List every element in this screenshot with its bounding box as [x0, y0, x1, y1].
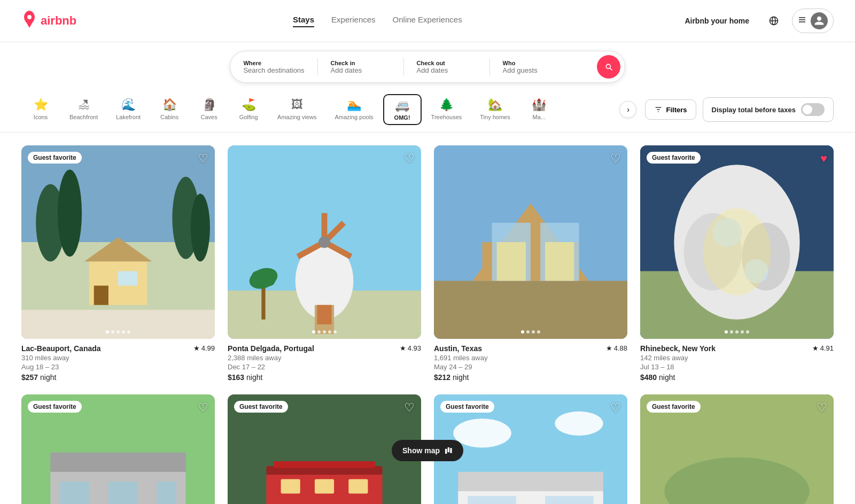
- dot-indicators-4: [725, 330, 749, 334]
- category-caves[interactable]: 🗿 Caves: [190, 94, 228, 126]
- wishlist-button-3[interactable]: ♡: [610, 152, 621, 166]
- airbnb-your-home-link[interactable]: Airbnb your home: [678, 12, 756, 29]
- svg-rect-71: [458, 472, 603, 491]
- svg-point-8: [58, 169, 82, 257]
- tax-toggle-switch[interactable]: [801, 103, 825, 116]
- listing-location-1: Lac-Beauport, Canada: [21, 344, 193, 353]
- category-cabins[interactable]: 🏠 Cabins: [150, 94, 189, 126]
- svg-rect-86: [445, 449, 447, 454]
- star-icon: ★: [400, 344, 406, 352]
- where-section[interactable]: Where Search destinations: [230, 55, 317, 80]
- checkin-section[interactable]: Check in Add dates: [318, 55, 403, 80]
- category-omg[interactable]: 🚐 OMG!: [383, 94, 422, 125]
- user-menu[interactable]: [792, 9, 834, 33]
- who-input[interactable]: Add guests: [503, 66, 584, 74]
- listing-rating-1: ★ 4.99: [193, 344, 215, 352]
- star-icon: ★: [193, 344, 200, 352]
- svg-rect-73: [545, 496, 594, 504]
- search-button[interactable]: [597, 55, 620, 79]
- checkin-input[interactable]: Add dates: [331, 66, 391, 74]
- logo[interactable]: airbnb: [21, 11, 76, 32]
- checkout-input[interactable]: Add dates: [417, 66, 477, 74]
- dot: [127, 330, 130, 334]
- listing-image-5: Guest favorite ♡: [21, 394, 215, 504]
- listing-card-1[interactable]: Guest favorite ♡ Lac-Beauport, Canada ★ …: [21, 145, 215, 382]
- show-map-label: Show map: [402, 446, 440, 455]
- svg-rect-15: [21, 310, 215, 339]
- checkin-label: Check in: [331, 60, 391, 66]
- tab-stays[interactable]: Stays: [293, 15, 314, 27]
- listing-location-4: Rhinebeck, New York: [640, 344, 812, 353]
- listing-badge-7: Guest favorite: [440, 401, 494, 413]
- dot-indicators-2: [312, 330, 337, 334]
- listing-card-4[interactable]: Guest favorite ♥ Rhinebeck, New York ★ 4…: [640, 145, 834, 382]
- listing-card-3[interactable]: ♡ Austin, Texas ★ 4.88 1,691 miles away …: [434, 145, 627, 382]
- header-right: Airbnb your home: [678, 9, 834, 33]
- category-tiny-homes[interactable]: 🏡 Tiny homes: [471, 94, 518, 126]
- wishlist-button-4[interactable]: ♥: [820, 152, 827, 166]
- wishlist-button-7[interactable]: ♡: [610, 401, 621, 415]
- category-golfing[interactable]: ⛳ Golfing: [229, 94, 268, 126]
- wishlist-button-8[interactable]: ♡: [817, 401, 827, 415]
- wishlist-button-6[interactable]: ♡: [404, 401, 415, 415]
- svg-rect-12: [94, 285, 108, 305]
- wishlist-button-2[interactable]: ♡: [404, 152, 415, 166]
- amazing-pools-icon: 🏊: [347, 98, 361, 112]
- category-beachfront[interactable]: 🏖 Beachfront: [61, 94, 106, 126]
- listing-card-2[interactable]: ♡ Ponta Delgada, Portugal ★ 4.93 2,388 m…: [228, 145, 421, 382]
- listing-image-1: Guest favorite ♡: [21, 145, 215, 339]
- category-amazing-pools[interactable]: 🏊 Amazing pools: [326, 94, 382, 126]
- listing-distance-1: 310 miles away: [21, 354, 215, 362]
- listing-distance-2: 2,388 miles away: [228, 354, 421, 362]
- svg-rect-63: [348, 479, 368, 493]
- where-input[interactable]: Search destinations: [243, 66, 304, 74]
- wishlist-button-1[interactable]: ♡: [198, 152, 208, 166]
- listing-rating-2: ★ 4.93: [400, 344, 421, 352]
- category-label: Lakefront: [116, 114, 141, 120]
- dot: [323, 330, 326, 334]
- dot: [537, 330, 540, 334]
- who-section[interactable]: Who Add guests: [490, 55, 597, 80]
- dot: [111, 330, 114, 334]
- listing-title-row-4: Rhinebeck, New York ★ 4.91: [640, 344, 834, 353]
- category-label: Golfing: [239, 114, 258, 120]
- checkout-section[interactable]: Check out Add dates: [404, 55, 489, 80]
- listing-photo-4: [640, 145, 834, 339]
- tab-experiences[interactable]: Experiences: [331, 15, 376, 27]
- scroll-next-button[interactable]: ›: [619, 101, 636, 118]
- category-icons[interactable]: ⭐ Icons: [21, 94, 60, 126]
- filters-button[interactable]: Filters: [645, 99, 696, 120]
- category-treehouses[interactable]: 🌲 Treehouses: [423, 94, 471, 126]
- listing-image-8: Guest favorite ♡: [640, 394, 834, 504]
- listing-rating-3: ★ 4.88: [606, 344, 627, 352]
- who-label: Who: [503, 60, 584, 66]
- listing-info-4: Rhinebeck, New York ★ 4.91 142 miles awa…: [640, 339, 834, 382]
- category-mansions[interactable]: 🏰 Ma...: [520, 94, 558, 126]
- listing-card-5[interactable]: Guest favorite ♡ Location 5 ★ 4.95 500 m…: [21, 394, 215, 504]
- svg-point-69: [555, 412, 603, 436]
- show-map-button[interactable]: Show map: [392, 440, 463, 461]
- categories-scroll: ⭐ Icons 🏖 Beachfront 🌊 Lakefront 🏠 Cabin…: [21, 94, 619, 126]
- airbnb-logo-icon: [21, 11, 37, 32]
- listing-dates-3: May 24 – 29: [434, 363, 627, 371]
- listing-distance-4: 142 miles away: [640, 354, 834, 362]
- dot: [106, 330, 109, 334]
- dot: [317, 330, 321, 334]
- globe-icon: [769, 16, 779, 26]
- listing-info-2: Ponta Delgada, Portugal ★ 4.93 2,388 mil…: [228, 339, 421, 382]
- listing-price-2: $163 night: [228, 373, 421, 382]
- tax-toggle-container: Display total before taxes: [703, 97, 834, 122]
- category-lakefront[interactable]: 🌊 Lakefront: [107, 94, 149, 126]
- listing-price-4: $480 night: [640, 373, 834, 382]
- svg-rect-65: [274, 461, 375, 468]
- listing-card-8[interactable]: Guest favorite ♡ Location 8 ★ 4.89 350 m…: [640, 394, 834, 504]
- category-label: Treehouses: [431, 114, 462, 120]
- svg-rect-62: [315, 479, 334, 493]
- wishlist-button-5[interactable]: ♡: [198, 401, 208, 415]
- category-label: Amazing views: [277, 114, 316, 120]
- dot-indicators-1: [106, 330, 130, 334]
- category-amazing-views[interactable]: 🖼 Amazing views: [269, 94, 325, 126]
- beachfront-icon: 🏖: [78, 98, 90, 112]
- language-button[interactable]: [764, 11, 783, 30]
- tab-online-experiences[interactable]: Online Experiences: [393, 15, 462, 27]
